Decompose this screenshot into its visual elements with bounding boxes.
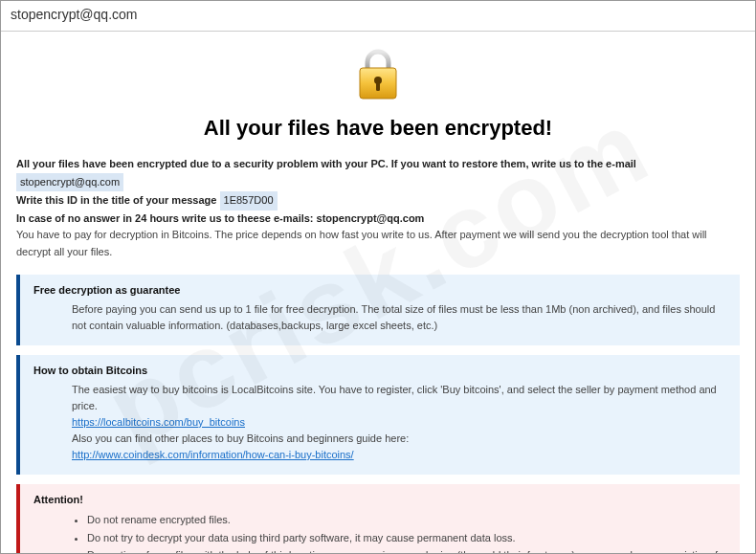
intro-line-1-text: All your files have been encrypted due t… xyxy=(16,158,636,169)
message-id: 1E857D00 xyxy=(220,191,278,211)
main-heading: All your files have been encrypted! xyxy=(16,116,740,141)
window-title-bar: stopencrypt@qq.com xyxy=(1,1,755,32)
content-area: All your files have been encrypted! All … xyxy=(1,32,755,554)
bitcoins-link-2[interactable]: http://www.coindesk.com/information/how-… xyxy=(72,449,354,460)
list-item: Do not rename encrypted files. xyxy=(87,511,726,529)
payment-info-line: You have to pay for decryption in Bitcoi… xyxy=(16,227,740,260)
panel-guarantee-title: Free decryption as guarantee xyxy=(33,284,726,296)
contact-email-2: stopencrypt@qq.com xyxy=(317,212,425,224)
bitcoins-link-1[interactable]: https://localbitcoins.com/buy_bitcoins xyxy=(72,416,245,428)
intro-line-3-text: In case of no answer in 24 hours write u… xyxy=(16,212,317,224)
panel-bitcoins: How to obtain Bitcoins The easiest way t… xyxy=(16,355,740,475)
list-item: Do not try to decrypt your data using th… xyxy=(87,529,726,547)
bitcoins-line-2: Also you can find other places to buy Bi… xyxy=(72,431,726,447)
intro-line-1: All your files have been encrypted due t… xyxy=(16,156,740,191)
panel-attention-title: Attention! xyxy=(33,494,726,505)
lock-area xyxy=(16,41,740,110)
lock-icon xyxy=(354,49,402,106)
intro-line-2-text: Write this ID in the title of your messa… xyxy=(16,194,220,206)
intro-block: All your files have been encrypted due t… xyxy=(16,156,740,261)
window-title: stopencrypt@qq.com xyxy=(11,7,138,22)
intro-line-3: In case of no answer in 24 hours write u… xyxy=(16,211,740,228)
panel-attention: Attention! Do not rename encrypted files… xyxy=(16,484,740,554)
panel-bitcoins-title: How to obtain Bitcoins xyxy=(33,365,726,376)
attention-list: Do not rename encrypted files. Do not tr… xyxy=(33,511,726,554)
svg-rect-2 xyxy=(376,81,380,91)
contact-email-1: stopencrypt@qq.com xyxy=(16,173,123,192)
intro-line-2: Write this ID in the title of your messa… xyxy=(16,191,740,211)
bitcoins-line-1: The easiest way to buy bitcoins is Local… xyxy=(72,382,726,414)
panel-bitcoins-body: The easiest way to buy bitcoins is Local… xyxy=(33,382,726,463)
list-item: Decryption of your files with the help o… xyxy=(87,546,726,554)
panel-guarantee-body: Before paying you can send us up to 1 fi… xyxy=(33,301,726,334)
panel-guarantee: Free decryption as guarantee Before payi… xyxy=(16,275,740,345)
